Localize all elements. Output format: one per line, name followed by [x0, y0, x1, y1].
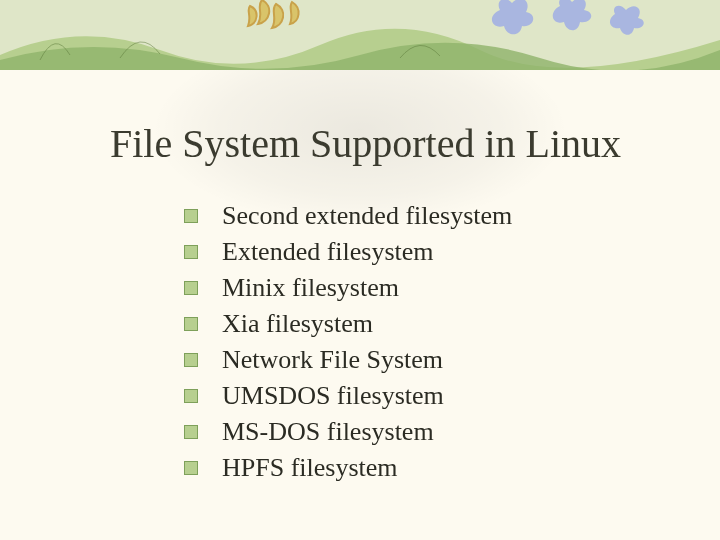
list-item: Network File System: [184, 342, 512, 378]
square-bullet-icon: [184, 425, 198, 439]
bullet-list: Second extended filesystem Extended file…: [184, 198, 512, 486]
decorative-banner: [0, 0, 720, 70]
list-item-label: Second extended filesystem: [222, 201, 512, 231]
square-bullet-icon: [184, 461, 198, 475]
list-item: MS-DOS filesystem: [184, 414, 512, 450]
square-bullet-icon: [184, 353, 198, 367]
banner-svg: [0, 0, 720, 70]
list-item-label: Network File System: [222, 345, 443, 375]
square-bullet-icon: [184, 245, 198, 259]
list-item-label: Extended filesystem: [222, 237, 434, 267]
square-bullet-icon: [184, 389, 198, 403]
list-item: Xia filesystem: [184, 306, 512, 342]
list-item-label: Xia filesystem: [222, 309, 373, 339]
list-item: Extended filesystem: [184, 234, 512, 270]
square-bullet-icon: [184, 317, 198, 331]
list-item-label: MS-DOS filesystem: [222, 417, 434, 447]
square-bullet-icon: [184, 281, 198, 295]
list-item: Minix filesystem: [184, 270, 512, 306]
list-item: HPFS filesystem: [184, 450, 512, 486]
list-item-label: Minix filesystem: [222, 273, 399, 303]
slide: File System Supported in Linux Second ex…: [0, 0, 720, 540]
square-bullet-icon: [184, 209, 198, 223]
list-item: UMSDOS filesystem: [184, 378, 512, 414]
list-item-label: UMSDOS filesystem: [222, 381, 444, 411]
list-item-label: HPFS filesystem: [222, 453, 398, 483]
list-item: Second extended filesystem: [184, 198, 512, 234]
slide-title: File System Supported in Linux: [110, 120, 621, 167]
